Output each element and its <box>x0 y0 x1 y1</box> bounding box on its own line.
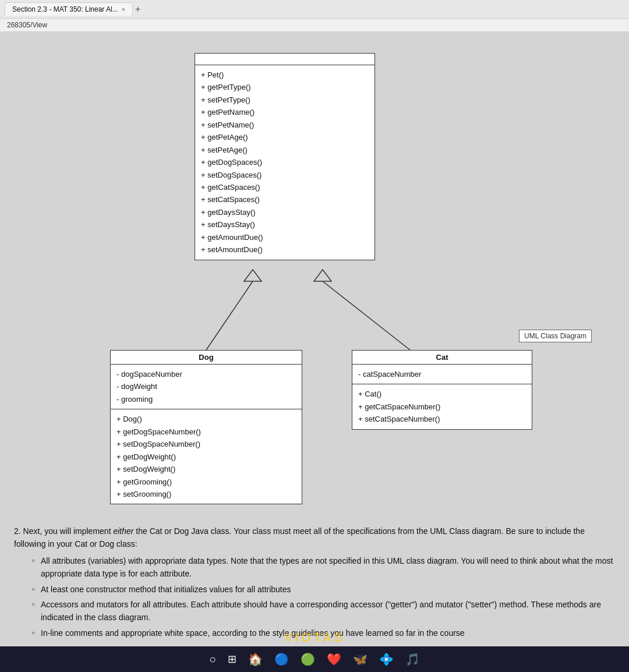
uml-label: UML Class Diagram <box>519 330 592 342</box>
cat-class-methods: + Cat()+ getCatSpaceNumber()+ setCatSpac… <box>352 384 532 429</box>
cat-method-item: + getCatSpaceNumber() <box>358 401 526 413</box>
dog-attr-item: - grooming <box>116 393 296 405</box>
dog-method-item: + getDogSpaceNumber() <box>116 426 296 438</box>
url-text: 268305/View <box>7 21 47 29</box>
dog-method-item: + Dog() <box>116 413 296 425</box>
diagram-area: + Pet()+ getPetType()+ setPetType()+ get… <box>14 41 615 519</box>
pet-class-box: + Pet()+ getPetType()+ setPetType()+ get… <box>195 53 375 260</box>
list-item: All attributes (variables) with appropri… <box>31 554 615 581</box>
taskbar-app1-icon[interactable]: 🟢 <box>301 652 315 666</box>
pet-method-item: + getDogSpaces() <box>201 156 369 168</box>
bullet-list: All attributes (variables) with appropri… <box>31 554 615 639</box>
pet-method-item: + setPetType() <box>201 94 369 106</box>
dog-method-item: + setGrooming() <box>116 488 296 500</box>
pet-method-item: + Pet() <box>201 69 369 81</box>
dog-attr-item: - dogWeight <box>116 380 296 392</box>
dog-class-methods: + Dog()+ getDogSpaceNumber()+ setDogSpac… <box>111 409 302 504</box>
taskbar-music-icon[interactable]: 🎵 <box>405 652 420 666</box>
cat-class-box: Cat - catSpaceNumber + Cat()+ getCatSpac… <box>352 350 532 430</box>
item-2-paragraph: 2. Next, you will implement either the C… <box>14 525 615 551</box>
pet-method-item: + setPetName() <box>201 119 369 131</box>
taskbar-app4-icon[interactable]: 💠 <box>379 652 394 666</box>
svg-line-2 <box>323 281 410 350</box>
taskbar-home-icon[interactable]: 🏠 <box>248 652 263 666</box>
browser-tab[interactable]: Section 2.3 - MAT 350: Linear Al... × <box>5 2 133 16</box>
address-bar: 268305/View <box>0 19 629 32</box>
taskbar-windows-icon[interactable]: ⊞ <box>228 653 236 666</box>
tab-label: Section 2.3 - MAT 350: Linear Al... <box>12 5 118 13</box>
dog-method-item: + setDogSpaceNumber() <box>116 438 296 450</box>
svg-marker-1 <box>244 270 262 281</box>
cat-class-header: Cat <box>352 351 532 365</box>
cat-class-attributes: - catSpaceNumber <box>352 365 532 384</box>
page-content: + Pet()+ getPetType()+ setPetType()+ get… <box>0 32 629 672</box>
list-item: In-line comments and appropriate white s… <box>31 627 615 639</box>
svg-marker-3 <box>314 270 331 281</box>
tab-bar: Section 2.3 - MAT 350: Linear Al... × + <box>0 0 629 19</box>
pet-method-item: + setDaysStay() <box>201 218 369 231</box>
pet-class-methods: + Pet()+ getPetType()+ setPetType()+ get… <box>195 65 374 260</box>
pet-method-item: + getAmountDue() <box>201 231 369 243</box>
taskbar-browser-icon[interactable]: 🔵 <box>274 652 289 666</box>
new-tab-button[interactable]: + <box>135 4 140 15</box>
cat-method-item: + setCatSpaceNumber() <box>358 413 526 425</box>
dog-method-item: + getDogWeight() <box>116 451 296 463</box>
taskbar-app3-icon[interactable]: 🦋 <box>353 652 367 666</box>
dog-method-item: + getGrooming() <box>116 476 296 488</box>
dog-attr-item: - dogSpaceNumber <box>116 368 296 380</box>
pet-method-item: + getPetAge() <box>201 131 369 143</box>
item-number: 2. <box>14 526 21 536</box>
italic-text: either <box>113 526 133 536</box>
intro-text: Next, you will implement <box>23 526 111 536</box>
taskbar-circle-icon[interactable]: ○ <box>209 653 216 666</box>
taskbar-app2-icon[interactable]: ❤️ <box>327 652 341 666</box>
dog-class-header: Dog <box>111 351 302 365</box>
taskbar: ○ ⊞ 🏠 🔵 🟢 ❤️ 🦋 💠 🎵 <box>0 646 629 672</box>
list-item: Accessors and mutators for all attribute… <box>31 598 615 624</box>
text-section: 2. Next, you will implement either the C… <box>14 525 615 639</box>
pet-method-item: + setPetAge() <box>201 144 369 156</box>
svg-line-0 <box>206 281 253 350</box>
pet-method-item: + getPetName() <box>201 106 369 118</box>
list-item: At least one constructor method that ini… <box>31 583 615 596</box>
pet-class-header <box>195 54 374 65</box>
pet-method-item: + setAmountDue() <box>201 243 369 256</box>
cat-method-item: + Cat() <box>358 388 526 400</box>
cat-attr-item: - catSpaceNumber <box>358 368 526 380</box>
pet-method-item: + setDogSpaces() <box>201 169 369 181</box>
dog-class-box: Dog - dogSpaceNumber- dogWeight- groomin… <box>110 350 302 504</box>
pet-method-item: + getCatSpaces() <box>201 181 369 193</box>
pet-method-item: + getDaysStay() <box>201 206 369 218</box>
pet-method-item: + setCatSpaces() <box>201 193 369 206</box>
tab-close-button[interactable]: × <box>122 6 125 13</box>
dog-method-item: + setDogWeight() <box>116 463 296 475</box>
pet-method-item: + getPetType() <box>201 81 369 93</box>
dog-class-attributes: - dogSpaceNumber- dogWeight- grooming <box>111 365 302 409</box>
